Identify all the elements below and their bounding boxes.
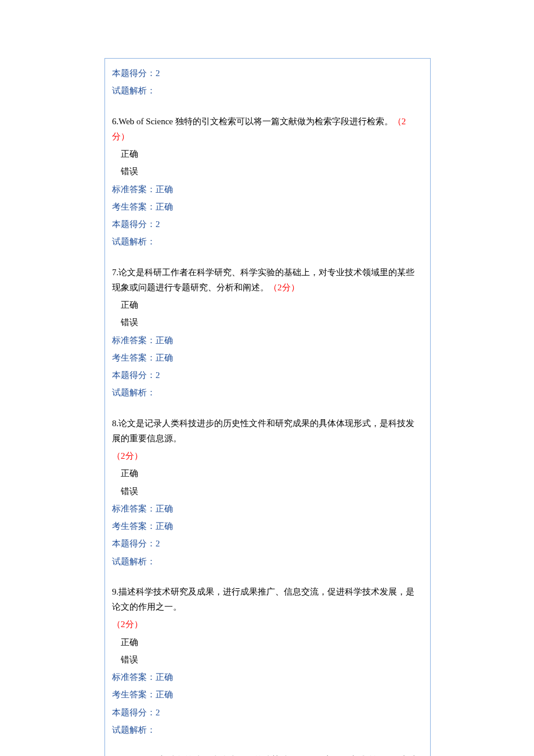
exam-content: 本题得分：2 试题解析： 6.Web of Science 独特的引文检索可以将…: [104, 58, 431, 756]
page: 本题得分：2 试题解析： 6.Web of Science 独特的引文检索可以将…: [0, 0, 534, 756]
spacer: [112, 571, 423, 582]
spacer: [112, 740, 423, 750]
question-9-stem: 9.描述科学技术研究及成果，进行成果推广、信息交流，促进科学技术发展，是论文的作…: [112, 584, 423, 615]
spacer: [112, 403, 423, 413]
option-correct: 正确: [121, 466, 423, 481]
question-analysis: 试题解析：: [112, 722, 423, 737]
option-correct: 正确: [121, 635, 423, 650]
std-value: 正确: [156, 672, 173, 682]
analysis-label: 试题解析：: [112, 388, 156, 397]
std-label: 标准答案：: [112, 185, 156, 194]
cand-label: 考生答案：: [112, 353, 156, 362]
candidate-answer: 考生答案：正确: [112, 199, 423, 214]
question-8-stem: 8.论文是记录人类科技进步的历史性文件和研究成果的具体体现形式，是科技发展的重要…: [112, 416, 423, 447]
question-number: 6.: [112, 117, 118, 126]
cand-value: 正确: [156, 690, 173, 699]
spacer: [112, 252, 423, 262]
standard-answer: 标准答案：正确: [112, 669, 423, 685]
standard-answer: 标准答案：正确: [112, 333, 423, 348]
candidate-answer: 考生答案：正确: [112, 350, 423, 365]
question-text: Web of Science 独特的引文检索可以将一篇文献做为检索字段进行检索。: [118, 117, 393, 126]
score-label: 本题得分：: [112, 708, 156, 717]
score-value: 2: [156, 370, 160, 380]
option-label: 正确: [121, 149, 138, 159]
std-value: 正确: [156, 185, 173, 194]
question-score: 本题得分：2: [112, 217, 423, 232]
option-label: 错误: [121, 167, 138, 176]
option-wrong: 错误: [121, 484, 423, 499]
option-label: 正确: [121, 638, 138, 647]
option-label: 错误: [121, 487, 138, 496]
cand-value: 正确: [156, 521, 173, 531]
std-label: 标准答案：: [112, 504, 156, 513]
question-6-stem: 6.Web of Science 独特的引文检索可以将一篇文献做为检索字段进行检…: [112, 114, 423, 145]
question-text: 描述科学技术研究及成果，进行成果推广、信息交流，促进科学技术发展，是论文的作用之…: [112, 587, 414, 611]
standard-answer: 标准答案：正确: [112, 501, 423, 516]
analysis-label: 试题解析：: [112, 557, 156, 566]
cand-value: 正确: [156, 353, 173, 362]
score-value: 2: [156, 708, 160, 717]
cand-value: 正确: [156, 202, 173, 211]
question-points: （2分）: [112, 620, 143, 629]
std-label: 标准答案：: [112, 336, 156, 345]
cand-label: 考生答案：: [112, 690, 156, 699]
standard-answer: 标准答案：正确: [112, 182, 423, 197]
question-points: （2分）: [269, 283, 300, 292]
question-text: 论文是记录人类科技进步的历史性文件和研究成果的具体体现形式，是科技发展的重要信息…: [112, 419, 414, 443]
option-correct: 正确: [121, 146, 423, 161]
option-label: 正确: [121, 469, 138, 478]
question-analysis: 试题解析：: [112, 385, 423, 400]
question-analysis: 试题解析：: [112, 234, 423, 249]
spacer: [112, 101, 423, 111]
option-label: 错误: [121, 318, 138, 327]
question-9-points: （2分）: [112, 617, 423, 632]
prev-score: 本题得分：2: [112, 66, 423, 81]
option-label: 错误: [121, 655, 138, 664]
option-correct: 正确: [121, 297, 423, 312]
question-10-stem: 10.理论分析和科学总结创造性成果，总结某种已知原理应用于实践所取得的新方法、新…: [112, 753, 423, 756]
analysis-label: 试题解析：: [112, 86, 156, 95]
cand-label: 考生答案：: [112, 202, 156, 211]
question-number: 7.: [112, 268, 118, 277]
option-label: 正确: [121, 300, 138, 309]
score-value: 2: [156, 219, 160, 229]
score-label: 本题得分：: [112, 219, 156, 229]
score-label: 本题得分：: [112, 370, 156, 380]
candidate-answer: 考生答案：正确: [112, 687, 423, 702]
question-score: 本题得分：2: [112, 368, 423, 383]
score-value: 2: [156, 539, 160, 548]
score-value: 2: [156, 69, 160, 78]
question-analysis: 试题解析：: [112, 554, 423, 569]
score-label: 本题得分：: [112, 69, 156, 78]
cand-label: 考生答案：: [112, 521, 156, 531]
score-label: 本题得分：: [112, 539, 156, 548]
option-wrong: 错误: [121, 315, 423, 330]
question-points: （2分）: [112, 451, 143, 460]
candidate-answer: 考生答案：正确: [112, 519, 423, 534]
std-label: 标准答案：: [112, 672, 156, 682]
question-score: 本题得分：2: [112, 536, 423, 551]
analysis-label: 试题解析：: [112, 725, 156, 735]
question-number: 9.: [112, 587, 118, 596]
option-wrong: 错误: [121, 164, 423, 179]
question-score: 本题得分：2: [112, 705, 423, 720]
question-8-points: （2分）: [112, 448, 423, 463]
analysis-label: 试题解析：: [112, 237, 156, 246]
question-7-stem: 7.论文是科研工作者在科学研究、科学实验的基础上，对专业技术领域里的某些现象或问…: [112, 265, 423, 296]
std-value: 正确: [156, 504, 173, 513]
prev-analysis: 试题解析：: [112, 83, 423, 98]
std-value: 正确: [156, 336, 173, 345]
question-number: 8.: [112, 419, 118, 428]
option-wrong: 错误: [121, 652, 423, 667]
question-text: 论文是科研工作者在科学研究、科学实验的基础上，对专业技术领域里的某些现象或问题进…: [112, 268, 414, 292]
